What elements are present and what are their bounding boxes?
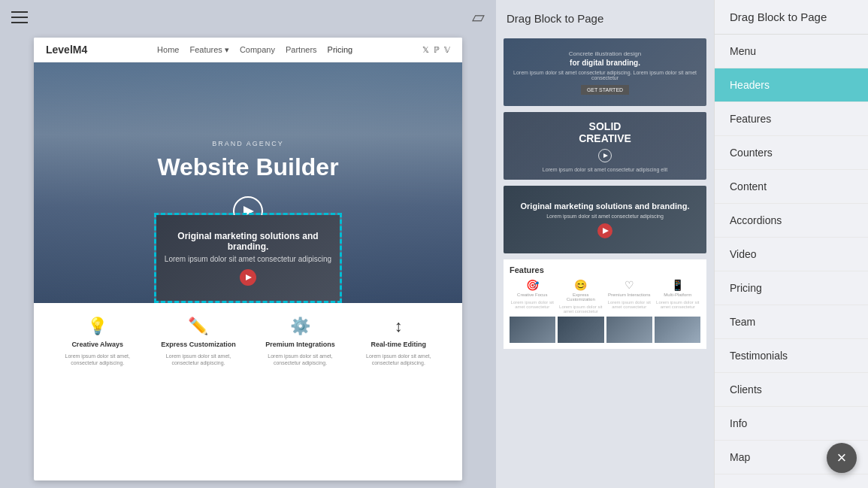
block-card-hero-inner: Concrete illustration design for digital… <box>504 38 706 106</box>
right-panel: Drag Block to Page Menu Headers Features… <box>714 0 868 488</box>
block-hero-cta[interactable]: GET STARTED <box>581 85 629 95</box>
hero-section: BRAND AGENCY Website Builder Original ma… <box>34 62 462 303</box>
sidebar-item-video[interactable]: Video <box>715 238 868 271</box>
feat-desc-1: Lorem ipsum dolor sit amet consectetur <box>510 300 555 309</box>
nav-company[interactable]: Company <box>240 45 275 55</box>
nav-social: 𝕏 ℙ 𝕍 <box>422 45 450 55</box>
features-grid-item-3: ♡ Premium Interactions Lorem ipsum dolor… <box>606 279 652 314</box>
sidebar-label-counters: Counters <box>730 147 773 159</box>
social-twitter[interactable]: 𝕏 <box>422 45 429 55</box>
nav-brand: LevelM4 <box>46 44 87 56</box>
sidebar-item-pricing[interactable]: Pricing <box>715 271 868 305</box>
block-solid-play[interactable] <box>598 149 612 162</box>
sidebar-label-map: Map <box>730 451 750 463</box>
drag-overlay-inner: Original marketing solutions and brandin… <box>156 215 340 301</box>
feature-desc-3: Lorem ipsum dolor sit amet, consectetur … <box>267 353 334 366</box>
block-hero-sublabel: Concrete illustration design <box>569 50 642 57</box>
blog-grid <box>510 317 700 343</box>
features-grid-icon-4: 📱 <box>671 279 684 291</box>
drag-header-label: Drag Block to Page <box>507 12 603 25</box>
block-card-marketing[interactable]: Original marketing solutions and brandin… <box>504 186 706 253</box>
sidebar-label-pricing: Pricing <box>730 282 762 294</box>
mockup-features-section: 💡 Creative Always Lorem ipsum dolor sit … <box>34 303 462 387</box>
sidebar-label-video: Video <box>730 248 757 260</box>
features-grid-text-1: Creative Focus <box>517 292 547 297</box>
features-grid-icon-3: ♡ <box>625 279 634 291</box>
drag-header: Drag Block to Page <box>504 8 706 32</box>
hamburger-icon[interactable] <box>11 11 28 23</box>
feat-desc-4: Lorem ipsum dolor sit amet consectetur <box>655 300 701 309</box>
drag-overlay-play-btn[interactable] <box>240 269 256 286</box>
sidebar-item-content[interactable]: Content <box>715 170 868 204</box>
website-mockup: LevelM4 Home Features ▾ Company Partners… <box>34 38 462 480</box>
features-grid-text-3: Premium Interactions <box>608 292 651 297</box>
sidebar-item-counters[interactable]: Counters <box>715 136 868 170</box>
feature-label-2: Express Customization <box>161 341 236 348</box>
drag-overlay-block[interactable]: Original marketing solutions and brandin… <box>154 213 342 303</box>
nav-home[interactable]: Home <box>157 45 179 55</box>
nav-features[interactable]: Features ▾ <box>189 45 228 55</box>
fab-close-button[interactable]: × <box>827 443 857 473</box>
block-card-solid[interactable]: SOLID CREATIVE Lorem ipsum dolor sit ame… <box>504 112 706 180</box>
nav-links: Home Features ▾ Company Partners Pricing <box>157 45 352 55</box>
hero-title: Website Builder <box>157 153 338 181</box>
sidebar-item-team[interactable]: Team <box>715 305 868 339</box>
block-solid-title: SOLID CREATIVE <box>579 120 631 144</box>
blog-thumb-2 <box>558 317 603 343</box>
block-card-marketing-inner: Original marketing solutions and brandin… <box>504 186 706 253</box>
features-grid-text-4: Multi-Platform <box>664 292 691 297</box>
sidebar-item-accordions[interactable]: Accordions <box>715 204 868 238</box>
block-hero-desc: Lorem ipsum dolor sit amet consectetur a… <box>511 70 699 80</box>
features-grid-item-4: 📱 Multi-Platform Lorem ipsum dolor sit a… <box>655 279 701 314</box>
sidebar-item-menu[interactable]: Menu <box>715 35 868 68</box>
nav-pricing[interactable]: Pricing <box>328 45 353 55</box>
sidebar-label-menu: Menu <box>730 45 756 57</box>
sidebar-item-clients[interactable]: Clients <box>715 373 868 407</box>
fab-icon: × <box>837 448 847 468</box>
left-panel: ▱ LevelM4 Home Features ▾ Company Partne… <box>0 0 496 488</box>
features-block-label: Features <box>510 265 700 274</box>
features-grid-icon-1: 🎯 <box>526 279 539 291</box>
sidebar-item-headers[interactable]: Headers <box>715 68 868 102</box>
social-pinterest[interactable]: ℙ <box>434 45 440 55</box>
block-card-hero[interactable]: Concrete illustration design for digital… <box>504 38 706 106</box>
social-vimeo[interactable]: 𝕍 <box>444 45 450 55</box>
drag-block-title: Drag Block to Page <box>730 11 827 23</box>
sidebar-label-content: Content <box>730 180 767 192</box>
features-icons-row: 💡 Creative Always Lorem ipsum dolor sit … <box>49 317 447 366</box>
middle-panel[interactable]: Drag Block to Page Concrete illustration… <box>496 0 714 488</box>
features-grid-icon-2: 😊 <box>574 279 587 291</box>
feat-desc-3: Lorem ipsum dolor sit amet consectetur <box>606 300 652 309</box>
feature-item-2: ✏️ Express Customization Lorem ipsum dol… <box>161 317 236 366</box>
block-solid-desc: Lorem ipsum dolor sit amet consectetur a… <box>543 167 668 172</box>
feature-item-1: 💡 Creative Always Lorem ipsum dolor sit … <box>64 317 132 366</box>
block-marketing-desc: Lorem ipsum dolor sit amet consectetur a… <box>546 214 664 219</box>
right-panel-header: Drag Block to Page <box>715 0 868 35</box>
sidebar-item-features[interactable]: Features <box>715 102 868 136</box>
top-bar: ▱ <box>0 4 496 31</box>
drag-overlay-subtitle: Lorem ipsum dolor sit amet consectetur a… <box>165 255 331 263</box>
feature-label-3: Premium Integrations <box>265 341 335 348</box>
blog-thumb-1 <box>510 317 555 343</box>
block-hero-title: for digital branding. <box>570 59 640 67</box>
block-marketing-play[interactable] <box>597 223 612 238</box>
feature-icon-2: ✏️ <box>188 317 208 336</box>
sidebar-label-team: Team <box>730 316 755 328</box>
mockup-nav: LevelM4 Home Features ▾ Company Partners… <box>34 38 462 62</box>
nav-partners[interactable]: Partners <box>286 45 317 55</box>
hero-brand-label: BRAND AGENCY <box>157 140 338 147</box>
feature-item-4: ↕️ Real-time Editing Lorem ipsum dolor s… <box>364 317 432 366</box>
feature-desc-2: Lorem ipsum dolor sit amet, consectetur … <box>165 353 232 366</box>
sidebar-label-clients: Clients <box>730 383 762 396</box>
blog-thumb-4 <box>655 317 700 343</box>
phone-icon: ▱ <box>472 8 485 27</box>
blog-thumb-3 <box>606 317 652 343</box>
sidebar-item-info[interactable]: Info <box>715 407 868 441</box>
sidebar-item-testimonials[interactable]: Testimonials <box>715 339 868 373</box>
sidebar-label-info: Info <box>730 417 747 429</box>
feature-label-4: Real-time Editing <box>370 341 426 348</box>
feature-label-1: Creative Always <box>71 341 123 348</box>
feature-icon-4: ↕️ <box>395 317 403 336</box>
feature-desc-1: Lorem ipsum dolor sit amet, consectetur … <box>64 353 132 366</box>
feature-desc-4: Lorem ipsum dolor sit amet, consectetur … <box>364 353 432 366</box>
